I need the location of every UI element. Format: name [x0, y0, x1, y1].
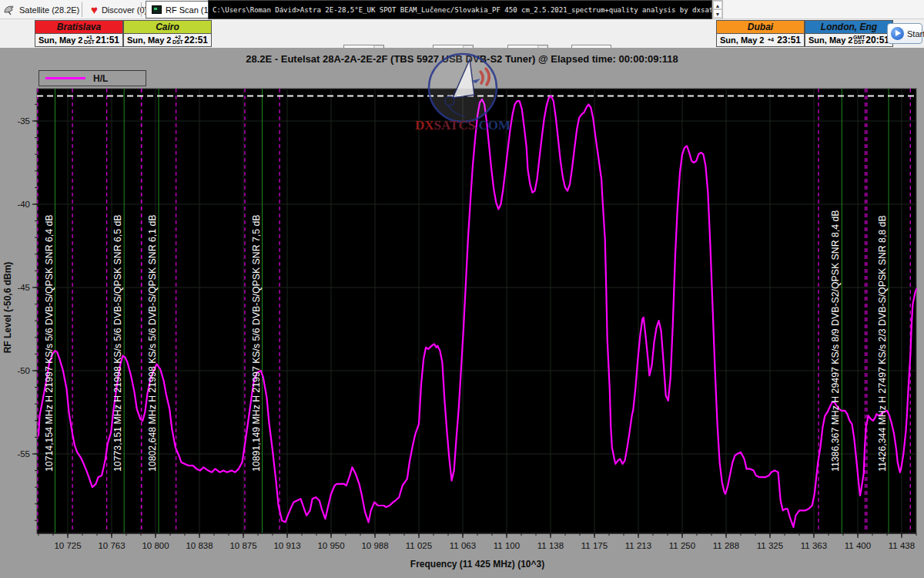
- clock-time: 21:51: [95, 35, 119, 45]
- tab-separator: [141, 2, 142, 17]
- clock-cairo: Cairo Sun, May 2 +2DST 22:51: [123, 20, 212, 47]
- transponder-annotation: 10802,648 MHz H 21998 KS/s 5/6 DVB-S/QPS…: [147, 214, 158, 472]
- x-tick-label: 10 763: [98, 541, 125, 550]
- y-tick-label: -40: [17, 200, 30, 209]
- clock-offset: +4: [764, 38, 777, 42]
- clock-offset: GMTDST: [852, 35, 865, 45]
- terminal-title-text: C:\Users\Roman Dávid>Astra 2E-28,5°E_UK …: [209, 6, 712, 14]
- y-tick-label: -35: [17, 116, 30, 126]
- clock-offset: +1DST: [82, 35, 95, 45]
- x-tick-label: 11 250: [669, 541, 695, 550]
- play-icon: [891, 27, 904, 40]
- rf-scan-monitor-icon: [152, 5, 162, 14]
- clock-date: Sun, May 2: [720, 35, 764, 45]
- start-button-label: Start: [907, 29, 924, 39]
- spectrum-chart-panel: 28.2E - Eutelsat 28A-2A-2E-2F (TBS 5927 …: [0, 48, 924, 578]
- spectrum-plot: 10 72510 76310 80010 83810 87510 91310 9…: [0, 48, 924, 578]
- x-tick-label: 10 725: [54, 541, 81, 550]
- transponder-annotation: 11386,367 MHz H 29497 KS/s 8/9 DVB-S2/QP…: [830, 210, 841, 472]
- clock-london: London, Eng Sun, May 2 GMTDST 20:51: [805, 20, 893, 47]
- transponder-annotation: 11426,344 MHz H 27497 KS/s 2/3 DVB-S/QPS…: [877, 215, 888, 472]
- terminal-scrollbar[interactable]: ▲ ▼: [712, 0, 723, 19]
- x-tick-label: 11 400: [845, 541, 871, 550]
- clock-offset: +2DST: [171, 35, 184, 45]
- x-tick-label: 11 025: [406, 541, 432, 550]
- scroll-up-icon[interactable]: ▲: [713, 1, 722, 9]
- tab-discover[interactable]: ♥ Discover (0): [91, 0, 147, 19]
- y-tick-label: -50: [17, 366, 30, 375]
- x-tick-label: 11 363: [801, 541, 827, 550]
- scroll-down-icon[interactable]: ▼: [713, 9, 722, 18]
- tab-satellite-label: Satellite (28.2E): [19, 5, 79, 15]
- heart-icon: ♥: [91, 4, 98, 15]
- transponder-annotation: 10773,151 MHz H 21998 KS/s 5/6 DVB-S/QPS…: [112, 214, 123, 472]
- clock-date: Sun, May 2: [127, 35, 171, 45]
- x-tick-label: 11 138: [537, 541, 564, 550]
- clock-time: 23:51: [777, 35, 801, 45]
- clock-city-header: London, Eng: [805, 21, 892, 34]
- clock-bratislava: Bratislava Sun, May 2 +1DST 21:51: [35, 20, 123, 47]
- clock-date: Sun, May 2: [38, 35, 82, 45]
- clock-city-header: Bratislava: [35, 21, 122, 34]
- x-tick-label: 10 800: [142, 541, 169, 550]
- clock-city-header: Cairo: [124, 21, 211, 34]
- plot-background: [37, 89, 916, 533]
- x-tick-label: 11 213: [625, 541, 651, 550]
- x-tick-label: 10 838: [186, 541, 213, 550]
- clock-time: 22:51: [184, 35, 208, 45]
- terminal-title-bar[interactable]: C:\Users\Roman Dávid>Astra 2E-28,5°E_UK …: [208, 0, 712, 19]
- satellite-dish-icon: [3, 5, 15, 15]
- tab-satellite[interactable]: Satellite (28.2E): [3, 0, 79, 19]
- clock-time: 20:51: [865, 35, 889, 45]
- x-tick-label: 10 988: [361, 541, 388, 550]
- tab-separator: [82, 2, 82, 17]
- clock-dubai: Dubai Sun, May 2 +4 23:51: [716, 20, 805, 47]
- x-tick-label: 10 875: [229, 541, 256, 550]
- x-tick-label: 11 100: [494, 541, 520, 550]
- top-tab-bar: Satellite (28.2E) ♥ Discover (0) RF Scan…: [0, 0, 924, 19]
- x-tick-label: 10 913: [273, 541, 300, 550]
- x-tick-label: 11 325: [757, 541, 783, 550]
- x-tick-label: 11 175: [581, 541, 608, 550]
- clock-city-header: Dubai: [717, 21, 804, 34]
- x-tick-label: 11 288: [713, 541, 739, 550]
- y-tick-label: -45: [17, 283, 30, 292]
- start-button[interactable]: Start: [887, 23, 922, 44]
- transponder-annotation: 10714,154 MHz H 21997 KS/s 5/6 DVB-S/QPS…: [44, 214, 55, 472]
- x-tick-label: 11 063: [450, 541, 476, 550]
- control-row: Bratislava Sun, May 2 +1DST 21:51 Cairo …: [0, 19, 924, 48]
- x-axis-label: Frequency (11 425 MHz) (10^3): [0, 559, 924, 570]
- clock-date: Sun, May 2: [808, 35, 852, 45]
- y-tick-label: -55: [17, 449, 30, 459]
- x-tick-label: 11 438: [889, 541, 915, 550]
- transponder-annotation: 10891,149 MHz H 21997 KS/s 5/6 DVB-S/QPS…: [251, 214, 262, 472]
- x-tick-label: 10 950: [317, 541, 344, 550]
